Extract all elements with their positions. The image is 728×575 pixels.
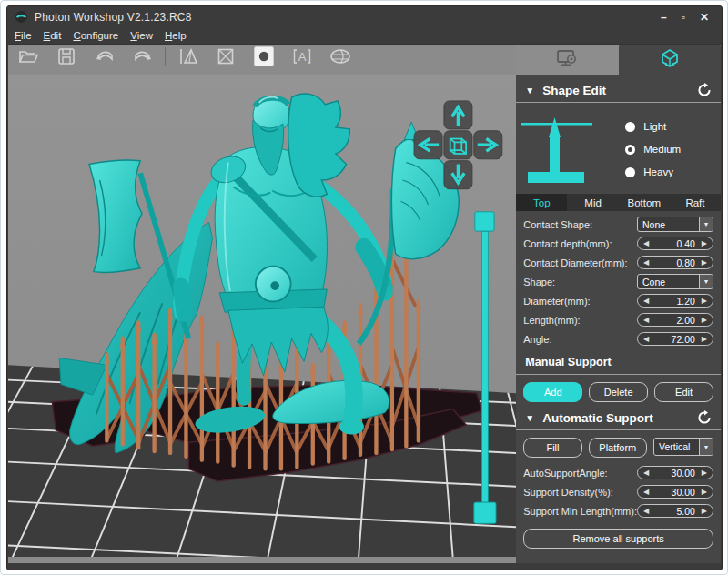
dropdown-caret-icon[interactable]: ▼: [699, 217, 713, 231]
radio-dot-icon: [625, 167, 635, 177]
dropdown-caret-icon[interactable]: ▼: [699, 439, 713, 455]
divider: [516, 374, 721, 375]
stepper-increase-icon[interactable]: ▶: [702, 469, 707, 478]
support-box-icon: [659, 47, 681, 73]
menu-view[interactable]: View: [130, 30, 153, 41]
reset-automatic-support-icon[interactable]: [697, 410, 712, 425]
app-window: Photon Workshop V2.1.23.RC8 – ▫ ✕ File E…: [6, 5, 723, 570]
radio-dot-selected-icon: [625, 145, 635, 155]
tab-mid[interactable]: Mid: [567, 194, 618, 211]
settings-panel: ▼ Shape Edit Light Medium Heavy: [516, 75, 721, 563]
field-support-min-length: Support Min Length(mm): ◀ 5.00 ▶: [516, 501, 721, 520]
menu-bar: File Edit Configure View Help: [7, 27, 722, 45]
angle-stepper[interactable]: ◀ 72.00 ▶: [637, 332, 713, 346]
3d-viewport[interactable]: [8, 68, 516, 563]
screenshot-frame: Photon Workshop V2.1.23.RC8 – ▫ ✕ File E…: [0, 0, 728, 575]
contact-shape-dropdown[interactable]: None ▼: [637, 217, 713, 232]
field-contact-diameter: Contact Diameter(mm): ◀ 0.80 ▶: [516, 253, 721, 272]
manual-support-label: Manual Support: [525, 356, 712, 368]
field-auto-support-angle: AutoSupportAngle: ◀ 30.00 ▶: [516, 463, 721, 482]
fill-button[interactable]: Fill: [523, 438, 581, 458]
menu-file[interactable]: File: [15, 30, 32, 41]
field-support-density: Support Density(%): ◀ 30.00 ▶: [516, 482, 721, 501]
diameter-stepper[interactable]: ◀ 1.20 ▶: [637, 294, 713, 308]
collapse-caret-icon[interactable]: ▼: [525, 86, 534, 96]
field-diameter: Diameter(mm): ◀ 1.20 ▶: [516, 291, 721, 310]
stepper-increase-icon[interactable]: ▶: [702, 507, 707, 516]
delete-support-button[interactable]: Delete: [589, 382, 648, 402]
field-angle: Angle: ◀ 72.00 ▶: [516, 329, 721, 348]
length-stepper[interactable]: ◀ 2.00 ▶: [637, 313, 713, 327]
redo-icon[interactable]: [132, 46, 154, 66]
support-section-tabs: Top Mid Bottom Raft: [516, 194, 721, 211]
radio-dot-icon: [625, 122, 635, 132]
stepper-increase-icon[interactable]: ▶: [702, 258, 707, 267]
auto-support-angle-stepper[interactable]: ◀ 30.00 ▶: [637, 466, 713, 479]
tab-top[interactable]: Top: [516, 194, 567, 211]
divider: [516, 429, 721, 430]
field-shape: Shape: Cone ▼: [516, 272, 721, 291]
stepper-increase-icon[interactable]: ▶: [702, 239, 707, 248]
radio-medium[interactable]: Medium: [625, 144, 681, 155]
menu-configure[interactable]: Configure: [73, 30, 118, 41]
support-weight-radios: Light Medium Heavy: [625, 121, 681, 177]
platform-button[interactable]: Platform: [589, 438, 647, 458]
field-contact-shape: Contact Shape: None ▼: [516, 215, 721, 234]
undo-icon[interactable]: [94, 46, 116, 66]
monitor-gear-icon: [555, 47, 579, 73]
printer-settings-tab[interactable]: [516, 45, 618, 75]
support-shape-preview: [521, 110, 594, 188]
radio-heavy[interactable]: Heavy: [625, 166, 681, 177]
scale-icon[interactable]: [215, 46, 237, 66]
tab-raft[interactable]: Raft: [670, 194, 721, 211]
field-contact-depth: Contact depth(mm): ◀ 0.40 ▶: [516, 234, 721, 253]
close-button[interactable]: ✕: [700, 11, 709, 24]
toolbar-separator: [165, 47, 166, 66]
automatic-support-title: Automatic Support: [542, 411, 653, 425]
stepper-increase-icon[interactable]: ▶: [702, 297, 707, 306]
stepper-increase-icon[interactable]: ▶: [702, 316, 707, 325]
stepper-increase-icon[interactable]: ▶: [702, 335, 707, 344]
z-slider-bottom-handle[interactable]: [474, 502, 496, 523]
panel-tab-bar: [516, 45, 721, 75]
stepper-increase-icon[interactable]: ▶: [702, 488, 707, 497]
remove-all-supports-button[interactable]: Remove all supports: [523, 529, 713, 549]
save-file-icon[interactable]: [56, 46, 77, 66]
window-title: Photon Workshop V2.1.23.RC8: [35, 11, 654, 24]
collapse-caret-icon[interactable]: ▼: [525, 413, 534, 423]
menu-edit[interactable]: Edit: [44, 30, 62, 41]
slice-tool-icon[interactable]: [329, 46, 351, 66]
support-density-stepper[interactable]: ◀ 30.00 ▶: [637, 485, 713, 499]
edit-support-button[interactable]: Edit: [654, 382, 713, 402]
title-bar: Photon Workshop V2.1.23.RC8 – ▫ ✕: [7, 6, 722, 27]
shape-dropdown[interactable]: Cone ▼: [637, 274, 713, 289]
maximize-button[interactable]: ▫: [682, 11, 685, 24]
contact-diameter-stepper[interactable]: ◀ 0.80 ▶: [637, 256, 713, 269]
support-min-length-stepper[interactable]: ◀ 5.00 ▶: [637, 504, 713, 518]
toolbar: A: [8, 45, 516, 68]
field-length: Length(mm): ◀ 2.00 ▶: [516, 310, 721, 329]
divider: [516, 102, 721, 103]
support-direction-dropdown[interactable]: Vertical ▼: [653, 438, 713, 456]
reset-shape-edit-icon[interactable]: [697, 83, 712, 97]
z-slider-top-handle[interactable]: [475, 212, 494, 231]
app-icon: [15, 10, 28, 24]
radio-light[interactable]: Light: [625, 121, 681, 132]
mirror-icon[interactable]: [177, 46, 198, 66]
shape-edit-header: ▼ Shape Edit: [525, 83, 712, 97]
svg-text:A: A: [298, 50, 307, 64]
shape-edit-title: Shape Edit: [542, 84, 606, 97]
tab-bottom[interactable]: Bottom: [619, 194, 670, 211]
menu-help[interactable]: Help: [165, 30, 187, 41]
automatic-support-header: ▼ Automatic Support: [525, 410, 712, 425]
minimize-button[interactable]: –: [661, 11, 667, 24]
add-support-button[interactable]: Add: [523, 382, 582, 402]
dropdown-caret-icon[interactable]: ▼: [699, 275, 713, 288]
contact-depth-stepper[interactable]: ◀ 0.40 ▶: [637, 237, 713, 250]
support-tool-icon[interactable]: [253, 46, 275, 66]
open-file-icon[interactable]: [17, 46, 39, 66]
text-tool-icon[interactable]: A: [291, 46, 313, 66]
support-edit-tab[interactable]: [619, 45, 721, 75]
